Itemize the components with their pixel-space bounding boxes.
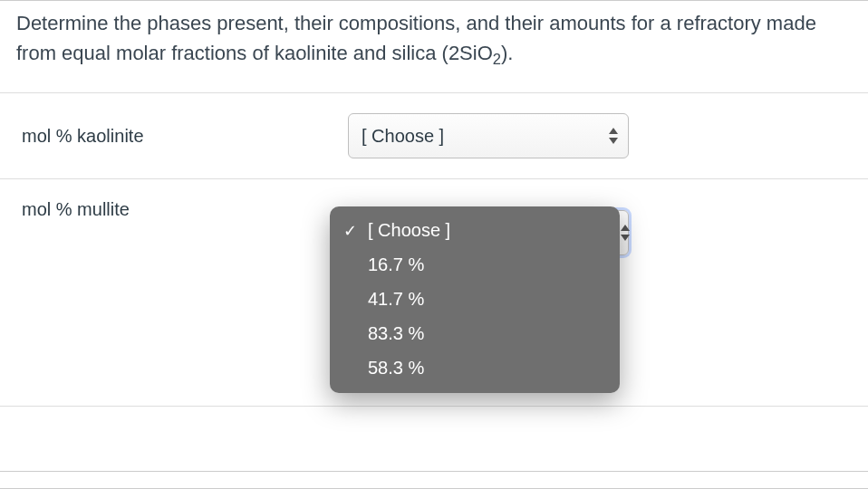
svg-marker-5 — [621, 235, 630, 241]
dropdown-option-1[interactable]: 41.7 % — [330, 283, 620, 317]
dropdown-menu-mullite[interactable]: ✓ [ Choose ] 16.7 % 41.7 % 83.3 % — [330, 206, 620, 393]
checkmark-icon: ✓ — [341, 221, 359, 241]
dropdown-option-3[interactable]: 58.3 % — [330, 351, 620, 386]
matching-area: mol % kaolinite [ Choose ] mol % mullite… — [0, 92, 868, 240]
dropdown-option-1-label: 41.7 % — [364, 289, 424, 310]
divider-line — [0, 471, 868, 472]
match-row-kaolinite: mol % kaolinite [ Choose ] — [0, 93, 868, 179]
select-kaolinite[interactable]: [ Choose ] — [348, 113, 629, 158]
dropdown-option-0-label: 16.7 % — [364, 254, 424, 275]
svg-marker-0 — [609, 128, 618, 134]
match-label-kaolinite: mol % kaolinite — [22, 126, 348, 147]
question-container: Determine the phases present, their comp… — [0, 0, 868, 240]
question-text-pre: Determine the phases present, their comp… — [16, 12, 816, 64]
dropdown-option-placeholder[interactable]: ✓ [ Choose ] — [330, 214, 620, 248]
dropdown-option-3-label: 58.3 % — [364, 358, 424, 379]
question-text: Determine the phases present, their comp… — [0, 1, 868, 92]
divider-line — [0, 406, 868, 407]
select-kaolinite-value: [ Choose ] — [362, 126, 444, 147]
stepper-icon — [608, 128, 619, 144]
dropdown-option-placeholder-label: [ Choose ] — [364, 220, 450, 241]
svg-marker-1 — [609, 138, 618, 144]
question-text-post: ). — [501, 42, 513, 64]
dropdown-option-2[interactable]: 83.3 % — [330, 317, 620, 351]
dropdown-option-0[interactable]: 16.7 % — [330, 248, 620, 283]
select-wrap-kaolinite: [ Choose ] — [348, 113, 629, 158]
match-row-mullite: mol % mullite [ Choose ] ✓ [ Choose ] — [0, 179, 868, 240]
svg-marker-4 — [621, 225, 630, 231]
question-subscript: 2 — [493, 51, 501, 67]
match-label-mullite: mol % mullite — [22, 199, 348, 220]
dropdown-option-2-label: 83.3 % — [364, 323, 424, 344]
